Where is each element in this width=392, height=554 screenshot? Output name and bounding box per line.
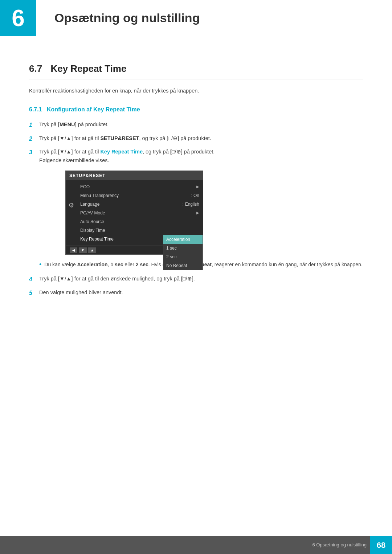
menu-item-displaytime: Display Time: [77, 226, 203, 235]
step-3-text: Tryk på [▼/▲] for at gå til Key Repeat T…: [39, 148, 363, 164]
chapter-title: Opsætning og nulstilling: [44, 9, 200, 27]
section-number: 6.7: [29, 63, 42, 74]
menu-item-pcav: PC/AV Mode ▶: [77, 209, 203, 217]
bullet-text: Du kan vælge Acceleration, 1 sec eller 2…: [44, 260, 362, 268]
step-4: 4 Tryk på [▼/▲] for at gå til den ønsked…: [29, 275, 363, 284]
menu-screen-box: SETUP&RESET ⚙ ECO ▶ Menu Transparency : …: [65, 171, 203, 255]
step-2: 2 Tryk på [▼/▲] for at gå til SETUP&RESE…: [29, 134, 363, 144]
step-5: 5 Den valgte mulighed bliver anvendt.: [29, 288, 363, 298]
section-heading: 6.7 Key Repeat Time: [29, 62, 363, 79]
nav-up-btn[interactable]: ▲: [88, 247, 96, 253]
step-1-text: Tryk på [MENU] på produktet.: [39, 120, 363, 129]
chapter-number: 6: [0, 0, 36, 36]
page-footer: 6 Opsætning og nulstilling 68: [0, 536, 392, 554]
chapter-title-area: Opsætning og nulstilling: [36, 0, 392, 36]
subsection-heading: 6.7.1 Konfiguration af Key Repeat Time: [29, 105, 363, 114]
footer-page-number: 68: [370, 536, 392, 554]
step-1-num: 1: [29, 120, 39, 130]
menu-item-keyrepeat: Key Repeat Time : Acceleration 1 sec 2 s…: [77, 235, 203, 243]
main-content: 6.7 Key Repeat Time Kontrollér reaktions…: [0, 36, 392, 338]
menu-item-autosource: Auto Source: [77, 217, 203, 226]
step-5-num: 5: [29, 288, 39, 298]
nav-left-btn[interactable]: ◀: [70, 247, 77, 253]
menu-gear-icon: ⚙: [66, 182, 77, 243]
steps-list: 1 Tryk på [MENU] på produktet. 2 Tryk på…: [29, 120, 363, 165]
dropdown-popup: Acceleration 1 sec 2 sec No Repeat: [163, 235, 203, 270]
footer-chapter-text: 6 Opsætning og nulstilling: [312, 541, 367, 549]
dropdown-option-2sec: 2 sec: [163, 253, 203, 261]
menu-item-language: Language : English: [77, 200, 203, 209]
subsection-number: 6.7.1: [29, 106, 42, 112]
subsection-title: Konfiguration af Key Repeat Time: [47, 106, 140, 112]
bullet-dot: •: [39, 260, 41, 269]
step-1: 1 Tryk på [MENU] på produktet.: [29, 120, 363, 130]
step-2-text: Tryk på [▼/▲] for at gå til SETUP&RESET,…: [39, 134, 363, 143]
menu-title-bar: SETUP&RESET: [66, 171, 203, 180]
step-5-text: Den valgte mulighed bliver anvendt.: [39, 288, 363, 297]
step-3-num: 3: [29, 148, 39, 157]
step-3: 3 Tryk på [▼/▲] for at gå til Key Repeat…: [29, 148, 363, 164]
dropdown-option-norepeat: No Repeat: [163, 261, 203, 270]
step-4-num: 4: [29, 275, 39, 284]
menu-screenshot: SETUP&RESET ⚙ ECO ▶ Menu Transparency : …: [65, 171, 363, 255]
dropdown-option-acceleration: Acceleration: [163, 235, 203, 244]
menu-item-eco: ECO ▶: [77, 182, 203, 191]
step-2-num: 2: [29, 134, 39, 144]
step-4-text: Tryk på [▼/▲] for at gå til den ønskede …: [39, 275, 363, 283]
menu-body: ⚙ ECO ▶ Menu Transparency : On Language …: [66, 180, 203, 246]
menu-item-transparency: Menu Transparency : On: [77, 191, 203, 200]
nav-down-btn[interactable]: ▼: [79, 247, 87, 253]
dropdown-option-1sec: 1 sec: [163, 244, 203, 253]
section-title: Key Repeat Time: [50, 63, 126, 74]
intro-paragraph: Kontrollér reaktionshastigheden for en k…: [29, 87, 363, 95]
chapter-header: 6 Opsætning og nulstilling: [0, 0, 392, 36]
menu-items-list: ECO ▶ Menu Transparency : On Language : …: [77, 182, 203, 243]
